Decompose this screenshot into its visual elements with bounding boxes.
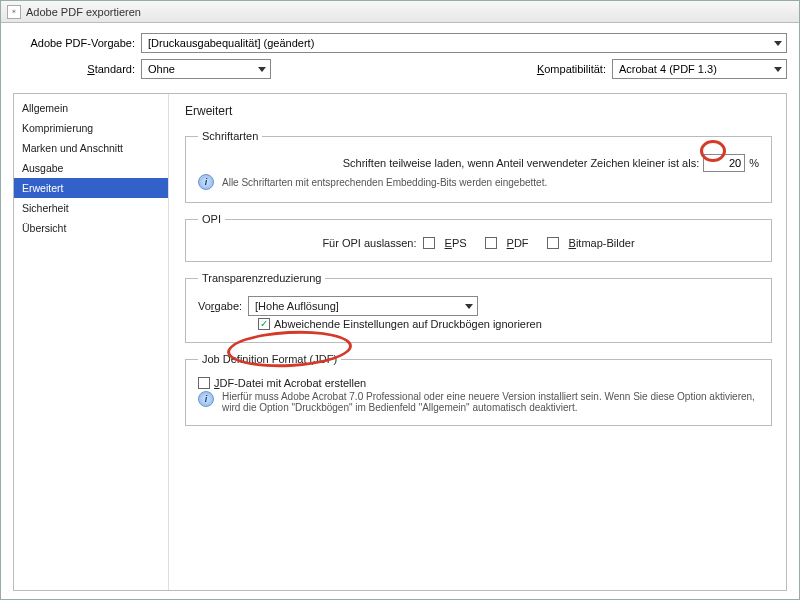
jdf-cb-row: JDF-Datei mit Acrobat erstellen bbox=[198, 377, 759, 389]
jdf-create-checkbox[interactable] bbox=[198, 377, 210, 389]
preset-value: [Druckausgabequalität] (geändert) bbox=[148, 37, 314, 49]
trans-override-checkbox[interactable]: ✓ bbox=[258, 318, 270, 330]
standard-dropdown[interactable]: Ohne bbox=[141, 59, 271, 79]
trans-preset-label: Vorgabe: bbox=[198, 300, 242, 312]
jdf-legend: Job Definition Format (JDF) bbox=[198, 353, 341, 365]
top-controls: Adobe PDF-Vorgabe: [Druckausgabequalität… bbox=[13, 33, 787, 85]
preset-label: Adobe PDF-Vorgabe: bbox=[13, 37, 135, 49]
app-icon: ✶ bbox=[7, 5, 21, 19]
content-area: Allgemein Komprimierung Marken und Ansch… bbox=[13, 93, 787, 591]
sidebar-item-output[interactable]: Ausgabe bbox=[14, 158, 168, 178]
trans-override-row: ✓ Abweichende Einstellungen auf Druckbög… bbox=[258, 318, 759, 330]
preset-dropdown[interactable]: [Druckausgabequalität] (geändert) bbox=[141, 33, 787, 53]
sidebar-item-compression[interactable]: Komprimierung bbox=[14, 118, 168, 138]
fonts-hint-row: i Alle Schriftarten mit entsprechenden E… bbox=[198, 174, 759, 190]
fonts-hint: Alle Schriftarten mit entsprechenden Emb… bbox=[222, 177, 547, 188]
window-title: Adobe PDF exportieren bbox=[26, 6, 141, 18]
trans-preset-row: Vorgabe: [Hohe Auflösung] bbox=[198, 296, 759, 316]
compat-value: Acrobat 4 (PDF 1.3) bbox=[619, 63, 717, 75]
jdf-fieldset: Job Definition Format (JDF) JDF-Datei mi… bbox=[185, 353, 772, 426]
main-panel: Erweitert Schriftarten Schriften teilwei… bbox=[169, 94, 786, 590]
opi-bitmap-checkbox[interactable] bbox=[547, 237, 559, 249]
jdf-hint: Hierfür muss Adobe Acrobat 7.0 Professio… bbox=[222, 391, 759, 413]
opi-pdf-checkbox[interactable] bbox=[485, 237, 497, 249]
opi-legend: OPI bbox=[198, 213, 225, 225]
export-pdf-dialog: ✶ Adobe PDF exportieren Adobe PDF-Vorgab… bbox=[0, 0, 800, 600]
trans-preset-value: [Hohe Auflösung] bbox=[255, 300, 339, 312]
jdf-hint-row: i Hierfür muss Adobe Acrobat 7.0 Profess… bbox=[198, 391, 759, 413]
sidebar-item-summary[interactable]: Übersicht bbox=[14, 218, 168, 238]
opi-fieldset: OPI Für OPI auslassen: EPS PDF Bitmap-Bi… bbox=[185, 213, 772, 262]
fonts-subset-input[interactable] bbox=[703, 154, 745, 172]
opi-eps-checkbox[interactable] bbox=[423, 237, 435, 249]
opi-label: Für OPI auslassen: bbox=[322, 237, 416, 249]
sidebar: Allgemein Komprimierung Marken und Ansch… bbox=[14, 94, 169, 590]
dialog-body: Adobe PDF-Vorgabe: [Druckausgabequalität… bbox=[1, 23, 799, 599]
standard-compat-row: Standard: Ohne Kompatibilität: Acrobat 4… bbox=[13, 59, 787, 79]
sidebar-item-advanced[interactable]: Erweitert bbox=[14, 178, 168, 198]
fonts-subset-suffix: % bbox=[749, 157, 759, 169]
preset-row: Adobe PDF-Vorgabe: [Druckausgabequalität… bbox=[13, 33, 787, 53]
info-icon: i bbox=[198, 391, 214, 407]
standard-label: Standard: bbox=[13, 63, 135, 75]
jdf-create-label: JDF-Datei mit Acrobat erstellen bbox=[214, 377, 366, 389]
sidebar-item-marks-bleed[interactable]: Marken und Anschnitt bbox=[14, 138, 168, 158]
sidebar-item-general[interactable]: Allgemein bbox=[14, 98, 168, 118]
standard-value: Ohne bbox=[148, 63, 175, 75]
opi-eps-label: EPS bbox=[445, 237, 467, 249]
trans-override-label: Abweichende Einstellungen auf Druckbögen… bbox=[274, 318, 542, 330]
transparency-fieldset: Transparenzreduzierung Vorgabe: [Hohe Au… bbox=[185, 272, 772, 343]
fonts-fieldset: Schriftarten Schriften teilweise laden, … bbox=[185, 130, 772, 203]
sidebar-item-security[interactable]: Sicherheit bbox=[14, 198, 168, 218]
transparency-legend: Transparenzreduzierung bbox=[198, 272, 325, 284]
fonts-subset-row: Schriften teilweise laden, wenn Anteil v… bbox=[198, 154, 759, 172]
opi-row: Für OPI auslassen: EPS PDF Bitmap-Bilder bbox=[198, 237, 759, 249]
compat-label: Kompatibilität: bbox=[537, 63, 606, 75]
fonts-legend: Schriftarten bbox=[198, 130, 262, 142]
page-title: Erweitert bbox=[185, 104, 772, 118]
compat-dropdown[interactable]: Acrobat 4 (PDF 1.3) bbox=[612, 59, 787, 79]
opi-pdf-label: PDF bbox=[507, 237, 529, 249]
titlebar: ✶ Adobe PDF exportieren bbox=[1, 1, 799, 23]
opi-bitmap-label: Bitmap-Bilder bbox=[569, 237, 635, 249]
info-icon: i bbox=[198, 174, 214, 190]
fonts-subset-label: Schriften teilweise laden, wenn Anteil v… bbox=[343, 157, 699, 169]
trans-preset-dropdown[interactable]: [Hohe Auflösung] bbox=[248, 296, 478, 316]
